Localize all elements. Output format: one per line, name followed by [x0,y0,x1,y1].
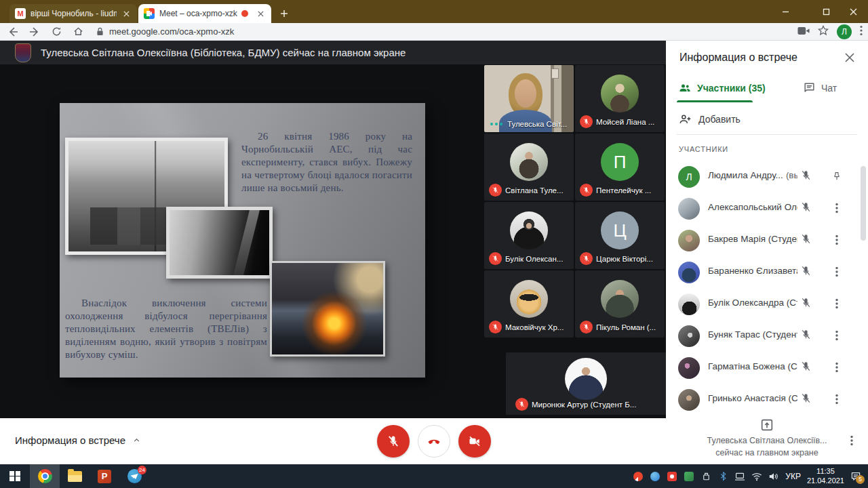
language-indicator[interactable]: УКР [785,472,801,481]
participant-row[interactable]: Буняк Тарас (Студент ... [666,320,868,352]
close-icon[interactable] [842,50,857,65]
more-options-icon[interactable] [850,435,853,449]
pin-icon[interactable] [829,168,845,184]
more-options-icon[interactable] [829,232,845,248]
meeting-info-panel: Информация о встрече Участники (35) Чат … [666,41,868,464]
participant-row[interactable]: Гарматіна Божена (Сту... [666,352,868,384]
more-options-icon[interactable] [829,264,845,280]
camera-tab-indicator-icon[interactable] [797,26,810,38]
more-options-icon[interactable] [829,327,845,344]
mic-off-icon [515,398,528,411]
reload-icon[interactable] [47,24,65,39]
powerpoint-icon: P [98,470,111,483]
avatar [678,357,700,379]
chevron-up-icon [132,436,141,445]
participant-initial-avatar: Ц [601,211,639,249]
tray-usb-icon[interactable] [701,471,711,482]
meeting-info-toggle[interactable]: Информация о встрече [15,434,141,446]
tray-volume-icon[interactable] [768,471,779,482]
tab-title: Meet – oca-xpmo-xzk [159,9,239,18]
tab-title: вірші Чорнобиль - liudmylla.26 [31,9,117,18]
profile-avatar[interactable]: Л [837,24,852,39]
add-people-button[interactable]: Добавить [678,113,741,126]
participant-row[interactable]: Булік Олександра (Ст... [666,288,868,320]
taskbar-explorer-button[interactable] [60,464,90,488]
tray-bluetooth-icon[interactable] [717,471,728,482]
tray-wifi-icon[interactable] [751,471,762,482]
presenting-banner-text: Тулевська Світлана Олексіївна (Бібліотек… [41,47,406,58]
video-tile-presenter[interactable]: Тулевська Світ... [484,65,574,132]
participant-row[interactable]: Л Людмила Андру...(вы) [666,161,868,192]
mic-off-icon[interactable] [800,297,812,311]
participant-name: Світлана Туле... [505,186,564,195]
participant-row[interactable]: Бакрев Марія (Студент... [666,224,868,256]
tab-participants[interactable]: Участники (35) [678,81,766,95]
tray-app-green-icon[interactable] [684,471,694,482]
tab-chat[interactable]: Чат [803,81,837,94]
mic-off-icon[interactable] [800,169,812,184]
mic-off-icon[interactable] [800,201,812,216]
scrollbar-thumb[interactable] [861,166,866,241]
tray-recorder-icon[interactable] [667,471,677,482]
minimize-button[interactable] [770,0,800,23]
mic-off-icon[interactable] [800,392,812,407]
participant-avatar [601,280,639,318]
tab-close-icon[interactable] [121,8,132,19]
tray-antivirus-icon[interactable] [633,471,644,482]
new-tab-button[interactable] [277,6,292,21]
phone-hangup-icon [427,434,441,449]
camera-toggle-button[interactable] [458,425,491,458]
tray-display-icon[interactable] [734,471,745,482]
participant-avatar [510,280,548,318]
taskbar-chrome-button[interactable] [30,464,60,488]
participant-avatar [565,358,607,400]
mic-off-icon[interactable] [800,233,812,247]
hangup-button[interactable] [418,425,450,458]
video-tile[interactable]: Ц Царюк Вікторі... [575,202,665,269]
video-tile[interactable]: П Пентелейчук ... [575,134,665,201]
participant-row[interactable]: Бараненко Єлизавета ... [666,256,868,288]
mic-off-icon[interactable] [800,265,812,279]
video-tile[interactable]: Маковійчук Хр... [484,270,574,338]
more-options-icon[interactable] [829,296,845,312]
home-icon[interactable] [69,24,87,39]
browser-menu-icon[interactable] [860,25,863,39]
more-options-icon[interactable] [829,200,845,216]
mic-off-icon[interactable] [800,361,812,375]
present-screen-icon [760,418,774,432]
mic-off-icon[interactable] [800,329,812,343]
windows-taskbar: P 24 УКР [0,464,868,488]
avatar [678,389,700,411]
video-tile[interactable]: Миронюк Артур (Студент Б... [506,352,666,415]
panel-title: Информация о встрече [679,52,797,64]
tab-close-icon[interactable] [255,8,266,19]
forward-icon[interactable] [26,24,43,39]
video-tile[interactable]: Світлана Туле... [484,134,574,201]
address-bar[interactable]: meet.google.com/oca-xpmo-xzk [96,26,797,37]
browser-titlebar: M вірші Чорнобиль - liudmylla.26 Meet – … [0,0,868,23]
video-tile[interactable]: Булік Олексан... [484,202,574,269]
tray-app-blue-icon[interactable] [650,471,660,482]
taskbar-powerpoint-button[interactable]: P [90,464,119,488]
action-center-icon[interactable]: 5 [850,471,861,482]
taskbar-telegram-button[interactable]: 24 [119,464,149,488]
presenting-name: Тулевська Світлана Олексіїв... [666,435,868,447]
clock[interactable]: 11:35 21.04.2021 [807,467,844,486]
browser-tab-meet[interactable]: Meet – oca-xpmo-xzk [138,4,271,23]
browser-tab-gmail[interactable]: M вірші Чорнобиль - liudmylla.26 [9,4,137,23]
active-tab-underline [677,100,753,102]
participant-row[interactable]: Гринько Анастасія (Ст... [666,384,868,415]
presenting-status: сейчас на главном экране [666,447,868,460]
participant-row[interactable]: Алексапольський Оле... [666,192,868,224]
bookmark-star-icon[interactable] [818,25,829,39]
back-icon[interactable] [4,24,22,39]
maximize-button[interactable] [811,0,841,23]
video-tile[interactable]: Пікуль Роман (... [575,270,665,338]
start-button[interactable] [0,464,30,488]
participant-avatar [510,211,548,249]
close-button[interactable] [838,0,868,23]
more-options-icon[interactable] [829,391,845,407]
more-options-icon[interactable] [829,359,845,375]
video-tile[interactable]: Мойсей Ліана ... [575,65,665,132]
mic-toggle-button[interactable] [377,425,410,458]
